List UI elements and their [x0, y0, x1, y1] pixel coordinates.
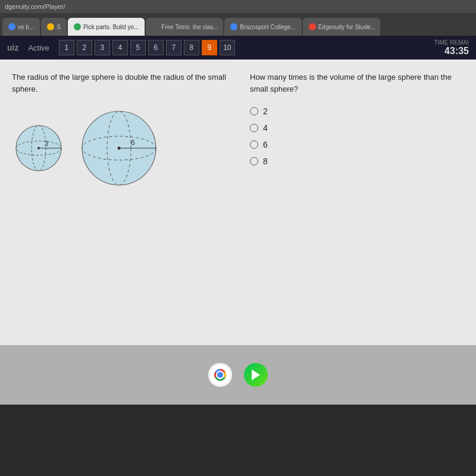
tab-label: Brazosport College... [240, 24, 295, 30]
left-panel: The radius of the large sphere is double… [12, 71, 226, 333]
browser-tab-1[interactable]: S [41, 18, 67, 36]
quiz-status: Active [28, 43, 49, 52]
large-sphere-wrapper: 6 [77, 107, 161, 192]
browser-tab-2[interactable]: Pick parts. Build yo... [68, 18, 145, 36]
small-sphere-svg: 3 [12, 121, 65, 175]
tabs-bar[interactable]: ve b...SPick parts. Build yo...Free Tetr… [0, 13, 476, 36]
tab-label: Free Tetris: the clas... [161, 24, 218, 30]
svg-text:6: 6 [131, 139, 135, 147]
question-num-5[interactable]: 5 [130, 40, 146, 55]
left-question-text: The radius of the large sphere is double… [12, 71, 226, 95]
tab-label: ve b... [18, 24, 34, 30]
tab-favicon [47, 23, 54, 30]
svg-text:3: 3 [45, 140, 48, 147]
time-remaining: TIME REMAI 43:35 [434, 39, 469, 57]
question-num-2[interactable]: 2 [77, 40, 92, 55]
browser-tab-4[interactable]: Brazosport College... [224, 18, 301, 36]
question-num-1[interactable]: 1 [59, 40, 74, 55]
chrome-icon [208, 363, 232, 387]
tab-label: Pick parts. Build yo... [83, 24, 139, 30]
tab-favicon [230, 23, 237, 30]
radio-button[interactable] [250, 124, 258, 132]
large-sphere-svg: 6 [77, 107, 161, 190]
browser-tab-0[interactable]: ve b... [2, 18, 40, 36]
main-content: The radius of the large sphere is double… [0, 60, 476, 345]
option-label: 4 [263, 123, 268, 133]
question-num-10[interactable]: 10 [220, 40, 235, 55]
browser-tab-5[interactable]: Edgenuity for Stude... [303, 18, 380, 36]
answer-options: 2468 [250, 107, 464, 166]
play-store-icon [244, 363, 268, 387]
question-num-7[interactable]: 7 [166, 40, 181, 55]
option-label: 6 [263, 140, 268, 149]
address-text: dgenuity.com/Player/ [5, 3, 65, 10]
bottom-bar [0, 345, 476, 405]
spheres-container: 3 6 [12, 107, 226, 192]
question-num-8[interactable]: 8 [184, 40, 199, 55]
svg-point-15 [217, 372, 223, 378]
radio-button[interactable] [250, 140, 258, 149]
radio-button[interactable] [250, 157, 258, 165]
right-question-text: How many times is the volume of the larg… [250, 71, 464, 95]
answer-option-3[interactable]: 8 [250, 156, 464, 166]
tab-favicon [74, 23, 81, 30]
radio-button[interactable] [250, 107, 258, 115]
quiz-label: uiz [7, 43, 18, 52]
svg-marker-17 [252, 369, 260, 380]
answer-option-0[interactable]: 2 [250, 107, 464, 116]
tab-label: S [57, 24, 61, 30]
option-label: 8 [263, 156, 268, 166]
question-num-4[interactable]: 4 [112, 40, 128, 55]
browser-tab-3[interactable]: Free Tetris: the clas... [146, 18, 223, 36]
address-bar: dgenuity.com/Player/ [0, 0, 476, 13]
tab-favicon [309, 23, 316, 30]
question-num-6[interactable]: 6 [148, 40, 164, 55]
small-sphere-wrapper: 3 [12, 121, 65, 177]
right-panel: How many times is the volume of the larg… [238, 71, 464, 333]
answer-option-1[interactable]: 4 [250, 123, 464, 133]
browser-chrome: dgenuity.com/Player/ ve b...SPick parts.… [0, 0, 476, 36]
time-value: 43:35 [434, 46, 469, 57]
question-num-3[interactable]: 3 [95, 40, 110, 55]
tab-favicon [8, 23, 15, 30]
tab-favicon [152, 23, 159, 30]
tab-label: Edgenuity for Stude... [318, 24, 375, 30]
quiz-header: uiz Active 12345678910 TIME REMAI 43:35 [0, 36, 476, 60]
time-label: TIME REMAI [434, 39, 469, 46]
option-label: 2 [263, 107, 268, 116]
question-numbers: 12345678910 [59, 40, 425, 55]
question-num-9[interactable]: 9 [202, 40, 217, 55]
answer-option-2[interactable]: 6 [250, 140, 464, 149]
